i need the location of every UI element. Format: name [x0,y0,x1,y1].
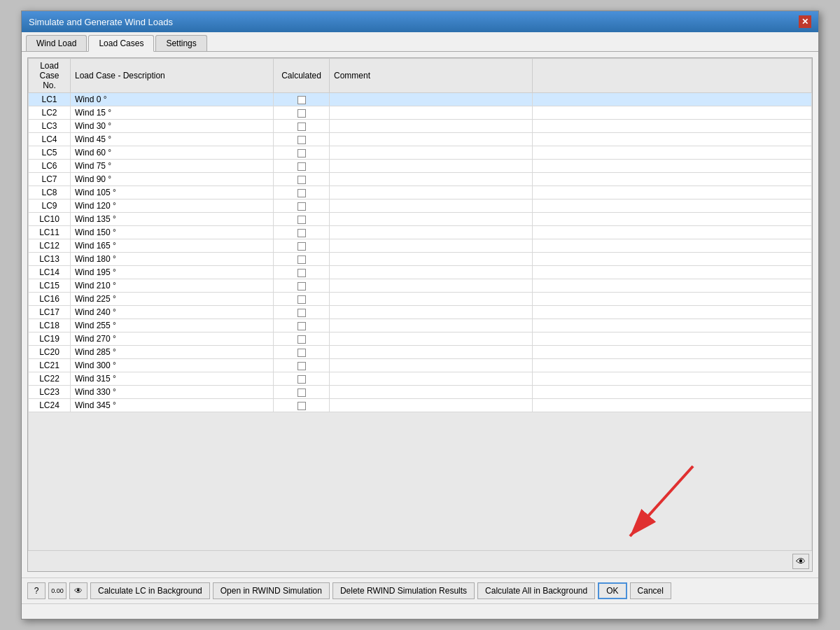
cell-lc-calculated[interactable] [274,146,330,160]
table-row[interactable]: LC20Wind 285 ° [29,346,812,359]
cell-lc-calculated[interactable] [274,279,330,293]
table-row[interactable]: LC21Wind 300 ° [29,359,812,372]
checkbox[interactable] [298,216,306,224]
load-cases-table: Load CaseNo. Load Case - Description Cal… [28,58,812,412]
table-row[interactable]: LC10Wind 135 ° [29,213,812,226]
table-row[interactable]: LC16Wind 225 ° [29,293,812,306]
table-row[interactable]: LC19Wind 270 ° [29,332,812,346]
checkbox[interactable] [298,136,306,144]
title-bar: Simulate and Generate Wind Loads ✕ [22,11,818,32]
cell-lc-no: LC13 [29,253,71,266]
table-row[interactable]: LC4Wind 45 ° [29,133,812,146]
cell-lc-calculated[interactable] [274,359,330,372]
cell-lc-extra [533,306,812,319]
cell-lc-calculated[interactable] [274,253,330,266]
table-row[interactable]: LC8Wind 105 ° [29,186,812,200]
table-row[interactable]: LC13Wind 180 ° [29,253,812,266]
table-row[interactable]: LC7Wind 90 ° [29,173,812,186]
tab-load-cases[interactable]: Load Cases [88,35,154,52]
cell-lc-calculated[interactable] [274,93,330,106]
cell-lc-calculated[interactable] [274,133,330,146]
cell-lc-calculated[interactable] [274,213,330,226]
table-row[interactable]: LC5Wind 60 ° [29,146,812,160]
checkbox[interactable] [298,202,306,211]
checkbox[interactable] [298,309,306,317]
table-row[interactable]: LC9Wind 120 ° [29,200,812,213]
cell-lc-calculated[interactable] [274,306,330,319]
checkbox[interactable] [298,349,306,357]
table-row[interactable]: LC2Wind 15 ° [29,106,812,120]
cell-lc-desc: Wind 210 ° [71,279,274,293]
table-row[interactable]: LC11Wind 150 ° [29,226,812,239]
help-button[interactable]: ? [27,582,46,599]
cell-lc-calculated[interactable] [274,200,330,213]
checkbox[interactable] [298,375,306,384]
cell-lc-calculated[interactable] [274,386,330,399]
checkbox[interactable] [298,229,306,237]
cell-lc-comment [330,146,533,160]
checkbox[interactable] [298,362,306,370]
checkbox[interactable] [298,269,306,277]
cell-lc-calculated[interactable] [274,332,330,346]
cell-lc-comment [330,239,533,253]
close-button[interactable]: ✕ [799,15,811,28]
cell-lc-calculated[interactable] [274,266,330,279]
ok-button[interactable]: OK [598,582,626,599]
tab-wind-load[interactable]: Wind Load [26,35,87,51]
delete-rwind-button[interactable]: Delete RWIND Simulation Results [332,582,475,599]
open-rwind-button[interactable]: Open in RWIND Simulation [213,582,330,599]
cell-lc-comment [330,332,533,346]
cell-lc-calculated[interactable] [274,173,330,186]
cell-lc-calculated[interactable] [274,160,330,173]
checkbox[interactable] [298,189,306,197]
cell-lc-calculated[interactable] [274,226,330,239]
checkbox[interactable] [298,242,306,251]
checkbox[interactable] [298,295,306,304]
table-scroll[interactable]: Load CaseNo. Load Case - Description Cal… [28,58,812,550]
checkbox[interactable] [298,109,306,118]
table-row[interactable]: LC18Wind 255 ° [29,319,812,332]
checkbox[interactable] [298,162,306,171]
checkbox[interactable] [298,96,306,104]
cell-lc-calculated[interactable] [274,106,330,120]
table-row[interactable]: LC14Wind 195 ° [29,266,812,279]
checkbox[interactable] [298,122,306,131]
checkbox[interactable] [298,282,306,290]
table-row[interactable]: LC15Wind 210 ° [29,279,812,293]
table-row[interactable]: LC6Wind 75 ° [29,160,812,173]
calc-lc-button[interactable]: Calculate LC in Background [90,582,210,599]
cell-lc-extra [533,93,812,106]
table-row[interactable]: LC22Wind 315 ° [29,372,812,386]
table-eye-button[interactable]: 👁 [792,554,809,569]
table-row[interactable]: LC1Wind 0 ° [29,93,812,106]
checkbox[interactable] [298,255,306,264]
cell-lc-calculated[interactable] [274,319,330,332]
table-value-button[interactable]: 0.00 [48,582,66,599]
cancel-button[interactable]: Cancel [630,582,671,599]
table-row[interactable]: LC24Wind 345 ° [29,399,812,412]
checkbox[interactable] [298,402,306,410]
checkbox[interactable] [298,335,306,344]
table-row[interactable]: LC23Wind 330 ° [29,386,812,399]
checkbox[interactable] [298,322,306,330]
table-row[interactable]: LC12Wind 165 ° [29,239,812,253]
table-row[interactable]: LC17Wind 240 ° [29,306,812,319]
calc-all-button[interactable]: Calculate All in Background [477,582,595,599]
checkbox[interactable] [298,176,306,184]
cell-lc-calculated[interactable] [274,293,330,306]
eye-button[interactable]: 👁 [69,582,88,599]
cell-lc-extra [533,239,812,253]
cell-lc-calculated[interactable] [274,346,330,359]
col-header-extra [533,59,812,93]
table-row[interactable]: LC3Wind 30 ° [29,120,812,133]
status-bar [22,603,818,619]
cell-lc-calculated[interactable] [274,239,330,253]
cell-lc-calculated[interactable] [274,120,330,133]
cell-lc-calculated[interactable] [274,372,330,386]
checkbox[interactable] [298,149,306,158]
tab-settings[interactable]: Settings [155,35,206,51]
cell-lc-calculated[interactable] [274,186,330,200]
cell-lc-desc: Wind 315 ° [71,372,274,386]
cell-lc-calculated[interactable] [274,399,330,412]
checkbox[interactable] [298,388,306,397]
